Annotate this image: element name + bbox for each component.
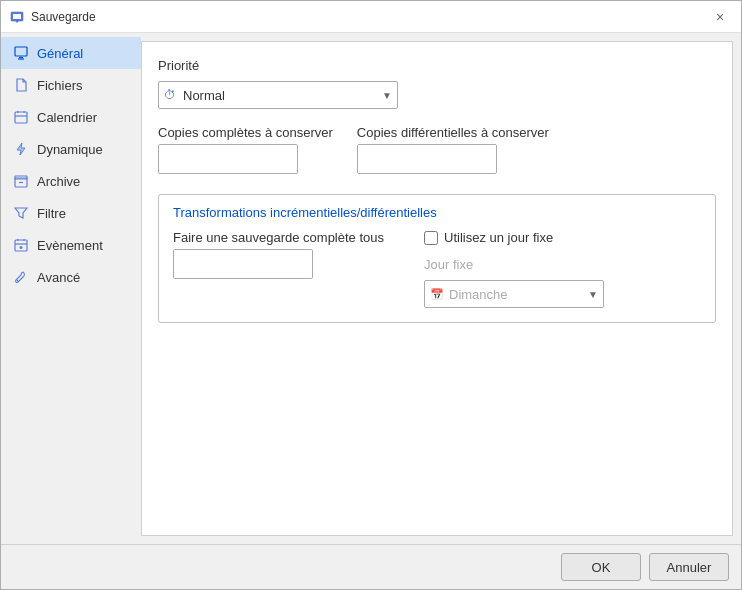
fixed-day-label: Jour fixe (424, 257, 604, 272)
sidebar-item-calendrier[interactable]: Calendrier (1, 101, 141, 133)
monitor-icon (13, 45, 29, 61)
diff-copies-label: Copies différentielles à conserver (357, 125, 549, 140)
wrench-icon (13, 269, 29, 285)
file-icon (13, 77, 29, 93)
use-fixed-day-label[interactable]: Utilisez un jour fixe (444, 230, 553, 245)
svg-rect-6 (15, 240, 27, 251)
close-button[interactable]: × (707, 4, 733, 30)
calendar-icon (13, 109, 29, 125)
dialog-footer: OK Annuler (1, 544, 741, 589)
dialog-window: Sauvegarde × Général (0, 0, 742, 590)
full-copies-spinner: ▲ ▼ (158, 144, 298, 174)
lightning-icon (13, 141, 29, 157)
use-fixed-day-checkbox[interactable] (424, 231, 438, 245)
fixed-day-select[interactable]: Dimanche Lundi Mardi Mercredi Jeudi Vend… (424, 280, 604, 308)
sidebar-item-general[interactable]: Général (1, 37, 141, 69)
incremental-title: Transformations incrémentielles/différen… (173, 205, 701, 220)
sidebar-label-fichiers: Fichiers (37, 78, 83, 93)
copies-row: Copies complètes à conserver ▲ ▼ Copies … (158, 125, 716, 174)
sidebar-item-fichiers[interactable]: Fichiers (1, 69, 141, 101)
incremental-row: Faire une sauvegarde complète tous ▲ ▼ (173, 230, 701, 308)
svg-rect-1 (13, 14, 21, 19)
full-backup-input[interactable] (174, 250, 313, 278)
diff-copies-input[interactable] (358, 145, 497, 173)
archive-icon (13, 173, 29, 189)
sidebar-label-archive: Archive (37, 174, 80, 189)
sidebar-label-evenement: Evènement (37, 238, 103, 253)
priority-select[interactable]: Normal Haute Basse (158, 81, 398, 109)
full-copies-group: Copies complètes à conserver ▲ ▼ (158, 125, 333, 174)
incremental-section: Transformations incrémentielles/différen… (158, 194, 716, 323)
priority-label: Priorité (158, 58, 716, 73)
sidebar-label-dynamique: Dynamique (37, 142, 103, 157)
svg-rect-3 (15, 112, 27, 123)
sidebar-item-dynamique[interactable]: Dynamique (1, 133, 141, 165)
full-copies-label: Copies complètes à conserver (158, 125, 333, 140)
svg-rect-2 (15, 47, 27, 56)
sidebar-item-filtre[interactable]: Filtre (1, 197, 141, 229)
fixed-day-select-wrapper: 📅 Dimanche Lundi Mardi Mercredi Jeudi Ve… (424, 280, 604, 308)
event-icon (13, 237, 29, 253)
sidebar-label-filtre: Filtre (37, 206, 66, 221)
sidebar-item-avance[interactable]: Avancé (1, 261, 141, 293)
sidebar-label-general: Général (37, 46, 83, 61)
app-icon (9, 9, 25, 25)
title-bar: Sauvegarde × (1, 1, 741, 33)
dialog-body: Général Fichiers (1, 33, 741, 544)
filter-icon (13, 205, 29, 221)
full-copies-input[interactable] (159, 145, 298, 173)
ok-button[interactable]: OK (561, 553, 641, 581)
sidebar-label-calendrier: Calendrier (37, 110, 97, 125)
content-area: Priorité ⏱ Normal Haute Basse ▼ Copies c… (141, 41, 733, 536)
full-backup-group: Faire une sauvegarde complète tous ▲ ▼ (173, 230, 384, 279)
svg-point-7 (20, 246, 23, 249)
sidebar-item-archive[interactable]: Archive (1, 165, 141, 197)
priority-select-wrapper: ⏱ Normal Haute Basse ▼ (158, 81, 398, 109)
cancel-button[interactable]: Annuler (649, 553, 729, 581)
diff-copies-group: Copies différentielles à conserver ▲ ▼ (357, 125, 549, 174)
full-backup-label: Faire une sauvegarde complète tous (173, 230, 384, 245)
sidebar-item-evenement[interactable]: Evènement (1, 229, 141, 261)
svg-point-8 (17, 280, 19, 282)
fixed-day-group: Utilisez un jour fixe Jour fixe 📅 Dimanc… (424, 230, 604, 308)
diff-copies-spinner: ▲ ▼ (357, 144, 497, 174)
dialog-title: Sauvegarde (31, 10, 707, 24)
sidebar: Général Fichiers (1, 33, 141, 544)
sidebar-label-avance: Avancé (37, 270, 80, 285)
use-fixed-day-row: Utilisez un jour fixe (424, 230, 604, 245)
full-backup-spinner: ▲ ▼ (173, 249, 313, 279)
